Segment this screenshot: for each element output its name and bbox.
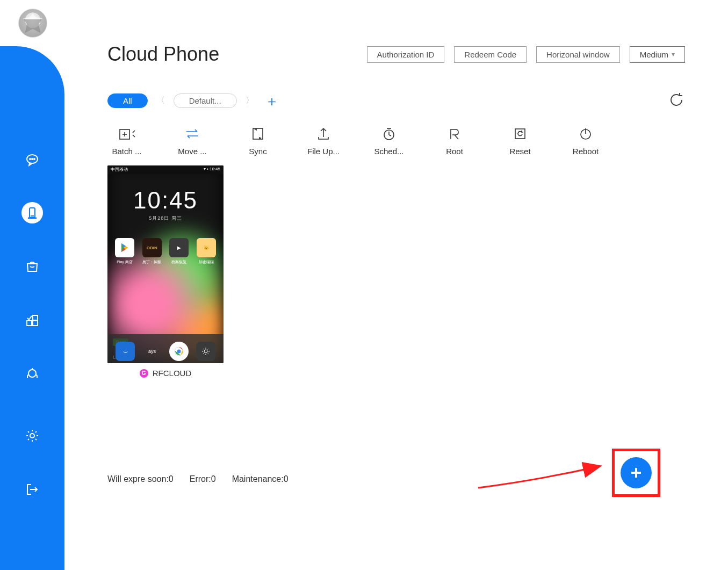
svg-point-7 <box>34 158 35 160</box>
device-statusbar: 中国移动 ▾ ▪ 10:45 <box>107 165 224 174</box>
tool-sync-label: Sync <box>249 147 266 156</box>
svg-rect-10 <box>33 315 38 320</box>
tool-upload[interactable]: File Up... <box>304 126 343 156</box>
svg-rect-12 <box>33 321 38 326</box>
device-card: 中国移动 ▾ ▪ 10:45 10:45 5月28日 周三 Play 商店 OD… <box>107 165 224 378</box>
chevron-right-icon[interactable]: 〉 <box>243 95 256 106</box>
g-badge-icon: G <box>140 369 148 378</box>
sidebar-item-logout[interactable] <box>21 479 43 500</box>
tool-reset[interactable]: Reset <box>501 126 539 156</box>
header-row: Cloud Phone Authorization ID Redeem Code… <box>107 43 685 66</box>
header-buttons: Authorization ID Redeem Code Horizonal w… <box>367 46 685 63</box>
add-device-highlight <box>612 449 660 497</box>
tool-move-label: Move ... <box>178 147 206 156</box>
add-device-button[interactable] <box>621 457 652 488</box>
annotation-arrow <box>475 458 604 490</box>
svg-point-6 <box>32 158 33 160</box>
status-maintenance: Maintenance:0 <box>232 474 289 484</box>
svg-point-13 <box>28 370 36 377</box>
tool-move[interactable]: Move ... <box>173 126 212 156</box>
reboot-icon <box>576 126 595 141</box>
device-grid: 中国移动 ▾ ▪ 10:45 10:45 5月28日 周三 Play 商店 OD… <box>107 165 685 378</box>
toolbar: Batch ... Move ... Sync File Up... Sched… <box>107 126 685 156</box>
authorization-id-button[interactable]: Authorization ID <box>367 46 445 63</box>
schedule-icon <box>379 126 399 141</box>
reset-icon <box>510 126 530 141</box>
sidebar <box>0 46 64 570</box>
refresh-button[interactable] <box>668 91 685 110</box>
tool-reboot-label: Reboot <box>573 147 599 156</box>
sidebar-item-tasks[interactable] <box>21 309 43 331</box>
sidebar-item-settings[interactable] <box>21 425 43 446</box>
status-error: Error:0 <box>190 474 216 484</box>
chevron-down-icon: ▾ <box>672 50 675 58</box>
svg-rect-11 <box>27 321 32 326</box>
move-icon <box>183 126 202 141</box>
chevron-left-icon[interactable]: 〈 <box>154 95 167 106</box>
tool-schedule-label: Sched... <box>374 147 403 156</box>
tool-batch[interactable]: Batch ... <box>107 126 146 156</box>
tool-reboot[interactable]: Reboot <box>566 126 605 156</box>
status-row: Will expre soon:0 Error:0 Maintenance:0 <box>107 474 289 484</box>
size-select-label: Medium <box>640 50 668 59</box>
sidebar-item-chat[interactable] <box>21 148 43 170</box>
sync-icon <box>248 126 268 141</box>
tool-upload-label: File Up... <box>307 147 340 156</box>
main-content: Cloud Phone Authorization ID Redeem Code… <box>64 0 728 570</box>
horizontal-window-button[interactable]: Horizonal window <box>536 46 620 63</box>
svg-point-30 <box>177 350 181 353</box>
device-apps-row: Play 商店 ODIN奥丁：神叛 ▶档案恢复 🐱加密猫猫 <box>114 238 217 265</box>
svg-point-5 <box>30 158 31 160</box>
device-name: RFCLOUD <box>153 369 192 378</box>
tool-batch-label: Batch ... <box>112 147 141 156</box>
tool-reset-label: Reset <box>509 147 530 156</box>
tool-root-label: Root <box>446 147 463 156</box>
sidebar-item-support[interactable] <box>21 363 43 385</box>
device-screen[interactable]: 中国移动 ▾ ▪ 10:45 10:45 5月28日 周三 Play 商店 OD… <box>107 165 224 363</box>
filter-all[interactable]: All <box>107 93 148 108</box>
upload-icon <box>314 126 333 141</box>
size-select[interactable]: Medium ▾ <box>630 46 685 63</box>
avatar[interactable] <box>18 9 47 38</box>
device-clock: 10:45 5月28日 周三 <box>107 187 224 222</box>
svg-rect-18 <box>253 128 263 139</box>
sidebar-item-store[interactable] <box>21 256 43 277</box>
add-group-button[interactable]: ＋ <box>265 94 279 108</box>
device-dock: ⌣ ays <box>107 334 224 363</box>
redeem-code-button[interactable]: Redeem Code <box>454 46 527 63</box>
status-expire: Will expre soon:0 <box>107 474 174 484</box>
root-icon <box>445 126 464 141</box>
tool-root[interactable]: Root <box>435 126 474 156</box>
svg-point-31 <box>204 350 207 353</box>
tool-schedule[interactable]: Sched... <box>370 126 408 156</box>
sidebar-item-cloudphone[interactable] <box>21 202 43 223</box>
svg-line-21 <box>389 135 391 136</box>
filter-default[interactable]: Default... <box>174 93 237 108</box>
svg-point-14 <box>30 434 34 438</box>
svg-rect-22 <box>515 129 525 139</box>
page-title: Cloud Phone <box>107 43 219 66</box>
batch-icon <box>117 126 136 141</box>
filter-row: All 〈 Default... 〉 ＋ <box>107 91 685 110</box>
tool-sync[interactable]: Sync <box>239 126 277 156</box>
device-label: G RFCLOUD <box>140 369 192 378</box>
